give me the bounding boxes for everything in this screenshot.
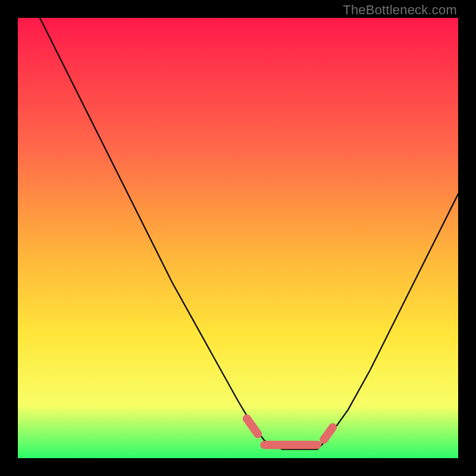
- marker-segment: [324, 427, 333, 440]
- plot-area: [18, 18, 458, 458]
- marker-segment: [247, 418, 258, 434]
- bottleneck-curve: [40, 18, 458, 449]
- watermark-text: TheBottleneck.com: [343, 2, 457, 18]
- chart-frame: TheBottleneck.com: [0, 0, 476, 476]
- optimal-range-markers: [247, 418, 333, 444]
- chart-svg: [18, 18, 458, 458]
